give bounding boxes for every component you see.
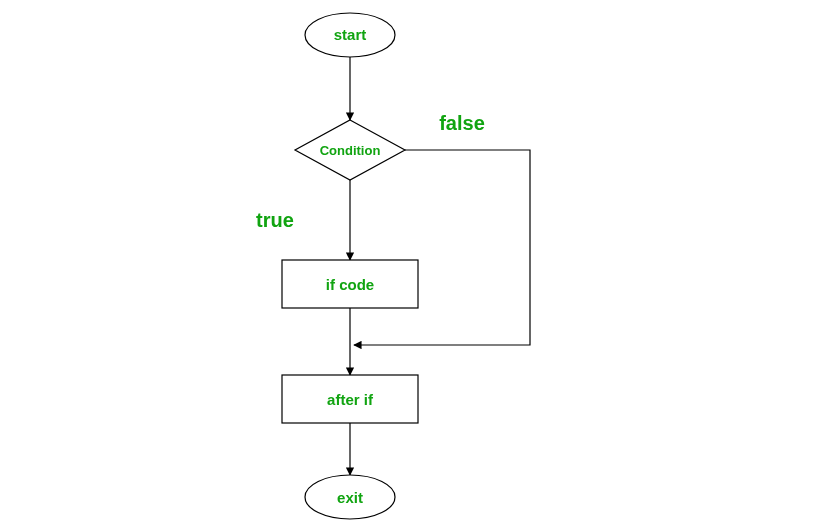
- node-exit-label: exit: [337, 489, 363, 506]
- node-after-if: after if: [282, 375, 418, 423]
- node-start: start: [305, 13, 395, 57]
- node-if-code: if code: [282, 260, 418, 308]
- node-start-label: start: [334, 26, 367, 43]
- edge-label-true: true: [256, 209, 294, 231]
- node-condition: Condition: [295, 120, 405, 180]
- node-condition-label: Condition: [320, 143, 381, 158]
- flowchart-canvas: start Condition true false if code after…: [0, 0, 819, 531]
- node-if-code-label: if code: [326, 276, 374, 293]
- edge-label-false: false: [439, 112, 485, 134]
- node-after-if-label: after if: [327, 391, 374, 408]
- node-exit: exit: [305, 475, 395, 519]
- edge-condition-false-to-afterif: [354, 150, 530, 345]
